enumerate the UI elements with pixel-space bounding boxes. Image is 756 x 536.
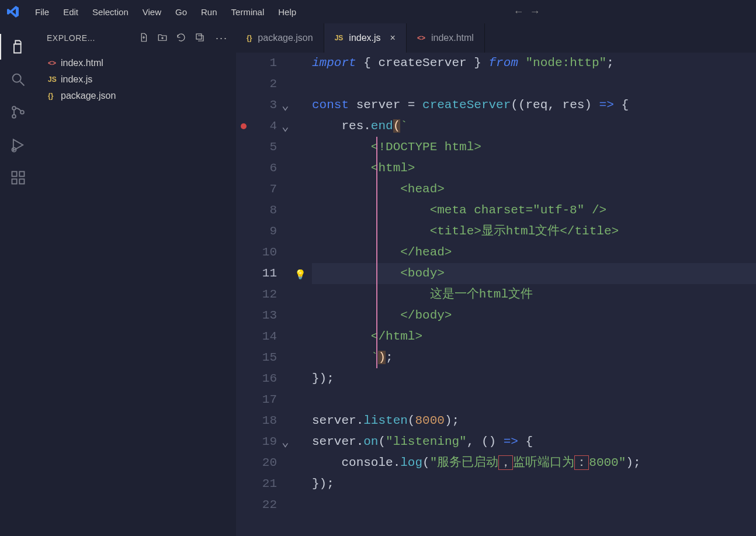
- file-row-index-js[interactable]: JS index.js: [36, 71, 236, 88]
- line-number[interactable]: 2: [251, 74, 277, 95]
- code-line[interactable]: [312, 389, 756, 410]
- file-row-package-json[interactable]: {} package.json: [36, 88, 236, 104]
- code-line[interactable]: </html>: [312, 326, 756, 347]
- line-number[interactable]: 1: [251, 53, 277, 74]
- tab-index-js[interactable]: JS index.js ×: [324, 23, 407, 53]
- code-line[interactable]: 这是一个html文件: [312, 284, 756, 305]
- svg-rect-9: [196, 34, 202, 39]
- html-file-icon: <>: [417, 34, 425, 42]
- line-number[interactable]: 6: [251, 158, 277, 179]
- line-number[interactable]: 4: [251, 116, 277, 137]
- fold-chevron-icon[interactable]: ⌄: [282, 433, 289, 454]
- svg-rect-8: [19, 172, 24, 177]
- code-line[interactable]: import { createServer } from "node:http"…: [312, 53, 756, 74]
- code-line[interactable]: [312, 74, 756, 95]
- file-label: index.js: [61, 74, 92, 85]
- line-number[interactable]: 19: [251, 431, 277, 452]
- code-line[interactable]: res.end(`: [312, 116, 756, 137]
- close-tab-icon[interactable]: ×: [387, 33, 396, 43]
- line-number[interactable]: 15: [251, 347, 277, 368]
- explorer-header: EXPLORE... ···: [36, 23, 236, 53]
- code-line[interactable]: <meta charset="utf-8" />: [312, 200, 756, 221]
- code-line[interactable]: server.listen(8000);: [312, 410, 756, 431]
- vscode-logo-icon: [6, 5, 20, 19]
- breakpoint-icon[interactable]: [241, 123, 247, 129]
- code-editor[interactable]: 12345678910111213141516171819202122⌄⌄⌄💡i…: [236, 53, 756, 536]
- code-line[interactable]: [312, 494, 756, 516]
- line-number[interactable]: 10: [251, 242, 277, 263]
- code-line[interactable]: <html>: [312, 158, 756, 179]
- line-number[interactable]: 12: [251, 284, 277, 305]
- svg-point-2: [12, 115, 16, 118]
- svg-rect-5: [12, 172, 17, 177]
- menu-view[interactable]: View: [136, 7, 168, 17]
- code-line[interactable]: const server = createServer((req, res) =…: [312, 95, 756, 116]
- js-file-icon: JS: [48, 75, 61, 84]
- menu-file[interactable]: File: [28, 7, 56, 17]
- explorer-sidebar: EXPLORE... ··· <> index.html JS index.js: [36, 23, 236, 536]
- line-number[interactable]: 5: [251, 137, 277, 158]
- menu-selection[interactable]: Selection: [85, 7, 136, 17]
- more-actions-icon[interactable]: ···: [213, 32, 228, 44]
- code-line[interactable]: });: [312, 473, 756, 494]
- file-label: index.html: [61, 58, 103, 68]
- tab-index-html[interactable]: <> index.html: [407, 23, 485, 53]
- code-line[interactable]: <head>: [312, 179, 756, 200]
- nav-forward-icon[interactable]: →: [527, 6, 543, 18]
- line-number[interactable]: 20: [251, 452, 277, 473]
- menubar: File Edit Selection View Go Run Terminal…: [0, 0, 756, 23]
- code-line[interactable]: `);: [312, 347, 756, 368]
- menu-edit[interactable]: Edit: [56, 7, 85, 17]
- line-number[interactable]: 17: [251, 389, 277, 410]
- new-folder-icon[interactable]: [157, 32, 168, 44]
- activity-run-icon[interactable]: [0, 129, 36, 161]
- line-number[interactable]: 22: [251, 494, 277, 516]
- tab-label: index.html: [431, 33, 474, 43]
- tab-bar: {} package.json JS index.js × <> index.h…: [236, 23, 756, 53]
- code-line[interactable]: </body>: [312, 305, 756, 326]
- new-file-icon[interactable]: [138, 32, 149, 44]
- line-number[interactable]: 7: [251, 179, 277, 200]
- code-line[interactable]: console.log("服务已启动，监听端口为：8000");: [312, 452, 756, 473]
- line-number[interactable]: 21: [251, 473, 277, 494]
- activity-search-icon[interactable]: [0, 63, 36, 96]
- fold-chevron-icon[interactable]: ⌄: [282, 96, 289, 117]
- line-number[interactable]: 8: [251, 200, 277, 221]
- line-number[interactable]: 3: [251, 95, 277, 116]
- tab-label: index.js: [349, 33, 380, 43]
- fold-chevron-icon[interactable]: ⌄: [282, 117, 289, 138]
- explorer-file-list: <> index.html JS index.js {} package.jso…: [36, 53, 236, 104]
- file-row-index-html[interactable]: <> index.html: [36, 55, 236, 71]
- svg-point-1: [12, 106, 16, 110]
- line-number[interactable]: 18: [251, 410, 277, 431]
- activity-explorer-icon[interactable]: [0, 30, 36, 63]
- template-literal-guide: [376, 137, 377, 368]
- svg-point-3: [20, 110, 24, 114]
- code-line[interactable]: <!DOCTYPE html>: [312, 137, 756, 158]
- nav-back-icon[interactable]: ←: [511, 6, 527, 18]
- line-number[interactable]: 9: [251, 221, 277, 242]
- lightbulb-icon[interactable]: 💡: [294, 265, 306, 286]
- tab-package-json[interactable]: {} package.json: [236, 23, 324, 53]
- menu-go[interactable]: Go: [168, 7, 194, 17]
- editor-group: {} package.json JS index.js × <> index.h…: [236, 23, 756, 536]
- menu-help[interactable]: Help: [271, 7, 303, 17]
- refresh-icon[interactable]: [176, 32, 186, 44]
- code-line[interactable]: });: [312, 368, 756, 389]
- line-number[interactable]: 13: [251, 305, 277, 326]
- collapse-all-icon[interactable]: [195, 32, 205, 44]
- code-line[interactable]: <body>: [312, 263, 756, 284]
- code-line[interactable]: <title>显示html文件</title>: [312, 221, 756, 242]
- svg-rect-6: [12, 179, 17, 184]
- activity-scm-icon[interactable]: [0, 96, 36, 129]
- line-number[interactable]: 16: [251, 368, 277, 389]
- line-number[interactable]: 11: [251, 263, 277, 284]
- json-file-icon: {}: [247, 34, 252, 42]
- menu-terminal[interactable]: Terminal: [224, 7, 272, 17]
- code-line[interactable]: </head>: [312, 242, 756, 263]
- menu-run[interactable]: Run: [194, 7, 224, 17]
- line-number[interactable]: 14: [251, 326, 277, 347]
- js-file-icon: JS: [335, 34, 344, 42]
- activity-extensions-icon[interactable]: [0, 161, 36, 194]
- code-line[interactable]: server.on("listening", () => {: [312, 431, 756, 452]
